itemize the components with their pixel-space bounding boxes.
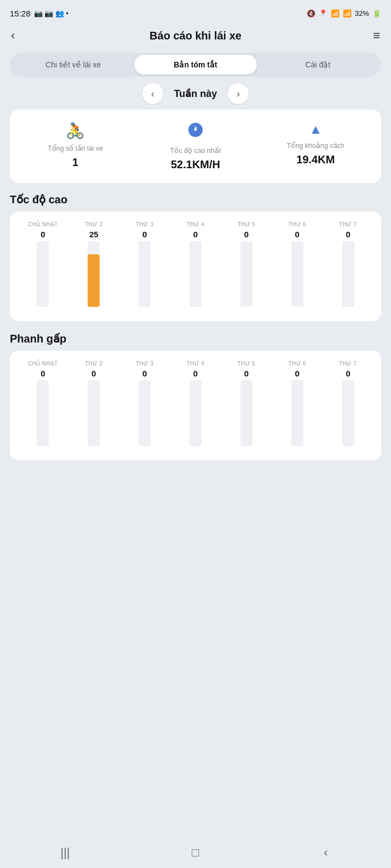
chart-bar-bg [189,380,202,446]
chart-col: THỨ 40 [170,221,221,307]
back-button[interactable]: ‹ [11,28,28,43]
stat-max-speed: Tốc độ cao nhất 52.1KM/H [135,122,255,171]
chart-col: THỨ 50 [221,221,272,307]
chart-day-value: 0 [346,230,350,239]
stats-card: 🚴 Tổng số lần lái xe 1 Tốc độ cao nhất 5… [10,110,381,183]
chart-col: THỨ 70 [323,361,373,446]
chart-day-value: 0 [193,230,198,239]
chart-day-value: 0 [142,369,147,378]
tab-bar: Chi tiết về lái xe Bản tóm tắt Cài đặt [10,53,381,77]
chart-day-label: THỨ 7 [340,221,357,227]
chart-bar-container [272,241,323,307]
chart-day-value: 25 [89,230,99,239]
chart-bar-bg [342,380,354,446]
chart-day-label: THỨ 5 [238,361,255,367]
location-icon: 📍 [319,9,327,18]
chart-day-value: 0 [244,369,249,378]
stat-label-speed: Tốc độ cao nhất [170,146,221,155]
chart-day-label: THỨ 6 [289,361,306,367]
battery-text: 32% [355,9,369,18]
chart-braking-days: CHỦ NHẬT0THỨ 20THỨ 30THỨ 40THỨ 50THỨ 60T… [18,361,373,446]
app-header: ‹ Báo cáo khi lái xe ≡ [0,24,391,49]
chart-bar-container [18,380,68,446]
home-button[interactable]: □ [130,846,261,860]
tab-chi-tiet[interactable]: Chi tiết về lái xe [12,55,134,75]
chart-day-label: THỨ 3 [136,361,153,367]
chart-bar-container [68,380,119,446]
wifi-icon: 📶 [331,9,340,18]
chart-bar-container [323,241,373,307]
mute-icon: 🔇 [307,9,315,18]
chart-day-label: THỨ 2 [85,361,102,367]
time-text: 15:28 [10,9,31,18]
status-right-icons: 🔇 📍 📶 📶 32% 🔋 [307,9,381,18]
week-label: Tuần này [174,88,217,100]
chart-col: CHỦ NHẬT0 [18,221,68,307]
chart-day-label: CHỦ NHẬT [28,221,58,227]
menu-button[interactable]: ≡ [363,28,380,43]
chart-col: THỨ 70 [323,221,373,307]
chart-day-label: THỨ 5 [238,221,255,227]
week-prev-button[interactable]: ‹ [142,83,163,104]
week-next-button[interactable]: › [228,83,249,104]
high-speed-title: Tốc độ cao [10,193,381,206]
recent-apps-button[interactable]: ||| [0,846,130,860]
chart-bar-container [221,241,272,307]
chart-day-label: THỨ 7 [340,361,357,367]
stat-value-drives: 1 [72,156,78,169]
chart-day-label: THỨ 6 [289,221,306,227]
chart-day-value: 0 [41,369,45,378]
chart-bar-bg [37,380,49,446]
tab-ban-tom-tat[interactable]: Bản tóm tắt [134,55,256,75]
status-icons: 📷 📷 👥 • [34,9,68,18]
chart-day-label: THỨ 3 [136,221,153,227]
chart-day-value: 0 [142,230,147,239]
chart-bar-bg [139,241,151,307]
chart-day-value: 0 [41,230,45,239]
stat-icon-drives: 🚴 [66,122,85,140]
chart-col: THỨ 40 [170,361,221,446]
chart-bar-bg [88,241,100,307]
chart-col: THỨ 30 [119,361,170,446]
chart-bar-bg [37,241,49,307]
chart-bar-fill [88,254,100,307]
week-nav: ‹ Tuần này › [10,83,381,104]
stat-icon-distance: ▲ [309,122,322,137]
chart-bar-bg [342,241,354,307]
chart-bar-bg [88,380,100,446]
chart-bar-container [221,380,272,446]
chart-bar-bg [240,380,252,446]
chart-day-value: 0 [295,230,300,239]
chart-day-value: 0 [244,230,249,239]
chart-bar-container [323,380,373,446]
chart-high-speed-days: CHỦ NHẬT0THỨ 225THỨ 30THỨ 40THỨ 50THỨ 60… [18,221,373,307]
chart-bar-container [272,380,323,446]
system-back-button[interactable]: ‹ [261,846,391,860]
chart-col: CHỦ NHẬT0 [18,361,68,446]
stat-label-drives: Tổng số lần lái xe [48,144,103,153]
tab-cai-dat[interactable]: Cài đặt [257,55,379,75]
stat-total-drives: 🚴 Tổng số lần lái xe 1 [15,122,135,169]
chart-day-label: THỨ 4 [187,361,204,367]
chart-col: THỨ 60 [272,361,323,446]
battery-icon: 🔋 [372,9,381,18]
high-speed-chart: CHỦ NHẬT0THỨ 225THỨ 30THỨ 40THỨ 50THỨ 60… [10,212,381,321]
signal-icon: 📶 [343,9,352,18]
chart-day-label: THỨ 2 [85,221,102,227]
stat-value-distance: 19.4KM [296,153,335,166]
chart-col: THỨ 20 [68,361,119,446]
chart-day-value: 0 [91,369,96,378]
page-title: Báo cáo khi lái xe [150,30,242,42]
stat-total-distance: ▲ Tổng khoảng cách 19.4KM [256,122,376,166]
status-bar: 15:28 📷 📷 👥 • 🔇 📍 📶 📶 32% 🔋 [0,0,391,24]
svg-point-1 [194,129,197,131]
chart-day-label: THỨ 4 [187,221,204,227]
chart-col: THỨ 30 [119,221,170,307]
stat-value-speed: 52.1KM/H [171,158,220,171]
chart-day-label: CHỦ NHẬT [28,361,58,367]
chart-day-value: 0 [193,369,198,378]
stat-icon-speed [187,122,204,142]
chart-bar-bg [139,380,151,446]
chart-col: THỨ 50 [221,361,272,446]
chart-day-value: 0 [295,369,300,378]
